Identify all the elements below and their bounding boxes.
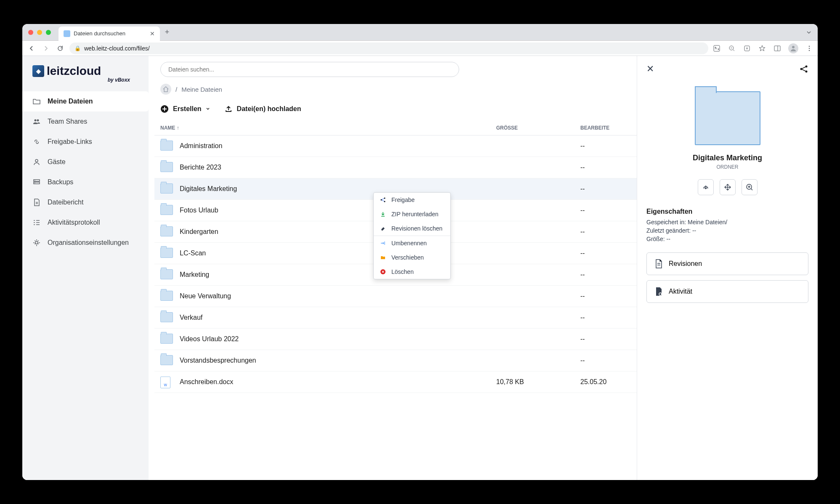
link-icon: [32, 138, 41, 146]
browser-tab[interactable]: Dateien durchsuchen ✕: [58, 27, 160, 41]
folder-icon: [160, 334, 173, 344]
sidebar-item[interactable]: Meine Dateien: [22, 91, 149, 111]
sidebar-item-label: Freigabe-Links: [48, 138, 92, 146]
sidebar-item[interactable]: Freigabe-Links: [22, 132, 149, 152]
folder-icon: [160, 162, 173, 172]
app-container: ◆ leitzcloud by vBoxx Meine DateienTeam …: [22, 56, 818, 480]
col-header-modified[interactable]: BEARBEITE: [580, 121, 631, 135]
menu-icon[interactable]: [805, 44, 813, 53]
row-modified: --: [580, 249, 631, 257]
row-name: Digitales Marketing: [180, 185, 496, 193]
context-menu-item[interactable]: Umbenennen: [374, 236, 450, 250]
context-menu-item[interactable]: ZIP herunterladen: [374, 207, 450, 221]
breadcrumb: / Meine Dateien: [154, 77, 637, 101]
document-icon: w: [160, 377, 170, 388]
url-text: web.leitz-cloud.com/files/: [84, 45, 150, 52]
sidebar-item[interactable]: Backups: [22, 172, 149, 192]
share-icon[interactable]: [799, 64, 808, 74]
table-row[interactable]: Administration--: [154, 135, 637, 157]
create-button[interactable]: Erstellen: [160, 105, 210, 113]
context-menu-item[interactable]: Löschen: [374, 265, 450, 279]
toolbar: Erstellen Datei(en) hochladen: [154, 101, 637, 121]
url-input[interactable]: 🔒 web.leitz-cloud.com/files/: [69, 42, 708, 54]
table-row[interactable]: Videos Urlaub 2022--: [154, 329, 637, 350]
activity-button[interactable]: Aktivität: [646, 280, 808, 303]
row-name: Vorstandsbesprechungen: [180, 357, 496, 364]
svg-point-8: [809, 50, 810, 51]
svg-point-5: [792, 46, 795, 48]
detail-title: Digitales Marketing: [646, 154, 808, 162]
col-header-name[interactable]: NAME ↑: [160, 121, 496, 135]
row-size: 10,78 KB: [496, 378, 580, 386]
sidebar-item-label: Organisationseinstellungen: [48, 239, 129, 247]
zoom-icon[interactable]: [728, 44, 736, 53]
tab-close-icon[interactable]: ✕: [150, 30, 155, 37]
table-row[interactable]: Neue Verwaltung--: [154, 286, 637, 307]
eraser-icon: [380, 225, 386, 232]
back-button[interactable]: [27, 43, 37, 53]
svg-point-7: [809, 48, 810, 49]
row-modified: --: [580, 185, 631, 193]
sidebar-item[interactable]: Dateibericht: [22, 192, 149, 212]
reload-button[interactable]: [55, 43, 65, 53]
chevron-down-icon: [206, 107, 210, 111]
search-input[interactable]: [160, 62, 459, 77]
tab-favicon: [64, 30, 70, 37]
move-action[interactable]: [720, 179, 736, 195]
table-row[interactable]: Verkauf--: [154, 307, 637, 329]
detail-actions: [646, 179, 808, 195]
context-menu-item[interactable]: Revisionen löschen: [374, 221, 450, 236]
svg-rect-13: [34, 182, 40, 184]
table-row[interactable]: Vorstandsbesprechungen--: [154, 350, 637, 371]
download-action[interactable]: [698, 179, 714, 195]
close-panel-button[interactable]: ✕: [646, 64, 654, 74]
zoom-action[interactable]: [742, 179, 758, 195]
maximize-window[interactable]: [46, 30, 51, 35]
row-modified: --: [580, 142, 631, 150]
table-row[interactable]: wAnschreiben.docx10,78 KB25.05.20: [154, 371, 637, 393]
sidebar-item[interactable]: Team Shares: [22, 111, 149, 132]
col-header-size[interactable]: GRÖSSE: [496, 121, 580, 135]
minimize-window[interactable]: [37, 30, 42, 35]
row-modified: --: [580, 228, 631, 236]
profile-avatar[interactable]: [788, 43, 798, 53]
new-tab-button[interactable]: +: [165, 28, 170, 37]
upload-button[interactable]: Datei(en) hochladen: [224, 105, 301, 113]
close-window[interactable]: [28, 30, 33, 35]
prop-size: Größe: --: [646, 236, 808, 242]
install-icon[interactable]: [743, 44, 751, 53]
logo: ◆ leitzcloud by vBoxx: [22, 62, 149, 91]
delete-icon: [380, 268, 386, 275]
svg-rect-12: [34, 180, 40, 181]
row-modified: --: [580, 335, 631, 343]
table-row[interactable]: Berichte 2023--: [154, 157, 637, 178]
browser-window: Dateien durchsuchen ✕ + 🔒 web.leitz-clou…: [22, 24, 818, 480]
svg-point-10: [37, 119, 39, 122]
chevron-down-icon[interactable]: [806, 29, 812, 35]
sidebar-item[interactable]: Aktivitätsprotokoll: [22, 212, 149, 233]
sidebar: ◆ leitzcloud by vBoxx Meine DateienTeam …: [22, 56, 149, 480]
detail-panel: ✕ Digitales Marketing ORDNER Eigenschaft…: [637, 56, 818, 480]
forward-button[interactable]: [41, 43, 51, 53]
row-name: Anschreiben.docx: [180, 378, 496, 386]
sidepanel-icon[interactable]: [773, 44, 782, 53]
folder-icon: [160, 312, 173, 322]
settings-icon: [32, 239, 41, 247]
logo-mark-icon: ◆: [32, 65, 44, 77]
row-name: Administration: [180, 142, 496, 150]
sidebar-item-label: Dateibericht: [48, 199, 83, 206]
translate-icon[interactable]: [712, 44, 721, 53]
sidebar-item[interactable]: Organisationseinstellungen: [22, 233, 149, 253]
context-menu-item[interactable]: Verschieben: [374, 250, 450, 265]
breadcrumb-current[interactable]: Meine Dateien: [181, 86, 222, 93]
bookmark-icon[interactable]: [758, 44, 766, 53]
download-icon: [380, 211, 386, 218]
context-menu-item[interactable]: Freigabe: [374, 193, 450, 207]
lock-icon: 🔒: [74, 45, 81, 51]
home-icon[interactable]: [160, 84, 171, 95]
sidebar-item[interactable]: Gäste: [22, 152, 149, 172]
table-header: NAME ↑ GRÖSSE BEARBEITE: [154, 121, 637, 135]
row-modified: --: [580, 314, 631, 321]
revisions-button[interactable]: Revisionen: [646, 252, 808, 275]
folder-icon: [160, 141, 173, 151]
